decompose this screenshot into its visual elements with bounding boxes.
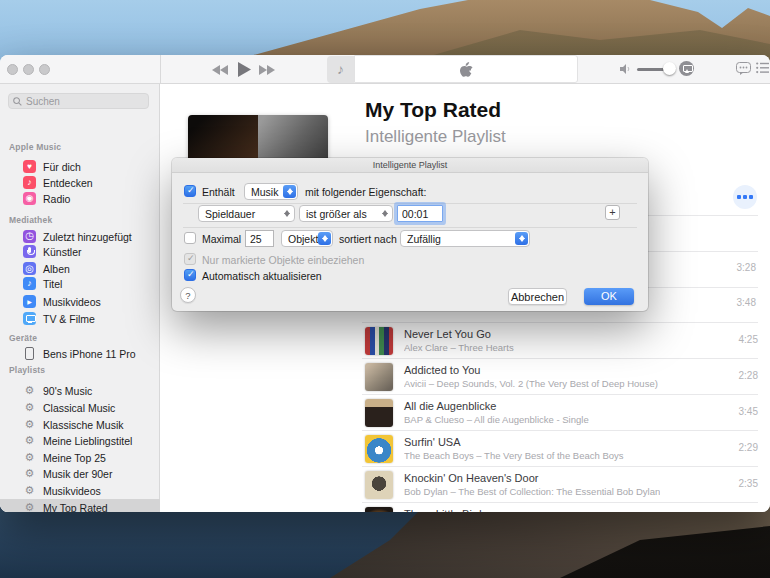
fast-forward-button[interactable] (258, 61, 276, 78)
album-icon (23, 262, 36, 275)
help-button[interactable]: ? (180, 287, 196, 303)
sidebar-item-titel[interactable]: Titel (0, 275, 160, 292)
song-time: 3:45 (739, 406, 758, 417)
section-label-mediathek: Mediathek (9, 215, 52, 225)
sidebar-item-radio[interactable]: Radio (0, 190, 160, 207)
smart-playlist-icon (23, 484, 36, 497)
album-art (365, 471, 393, 499)
album-art (365, 507, 393, 512)
song-title: Surfin' USA (404, 436, 461, 448)
smart-playlist-icon (23, 501, 36, 512)
radio-icon (23, 192, 36, 205)
song-title: Never Let You Go (404, 328, 491, 340)
up-next-queue-icon[interactable] (756, 62, 769, 74)
sidebar-item-musikvideos[interactable]: Musikvideos (0, 293, 160, 310)
sidebar-item-meine-lieblingstitel[interactable]: Meine Lieblingstitel (0, 432, 160, 449)
sidebar-item-meine-top-25[interactable]: Meine Top 25 (0, 449, 160, 466)
song-row[interactable]: Surfin' USA The Beach Boys – The Very Be… (362, 430, 758, 466)
sidebar-item-klassische-musik[interactable]: Klassische Musik (0, 416, 160, 433)
match-suffix-label: mit folgender Eigenschaft: (305, 186, 426, 198)
checked-only-label: Nur markierte Objekte einbeziehen (202, 254, 364, 266)
rule-value-input[interactable] (397, 205, 443, 222)
video-icon (23, 295, 36, 308)
volume-slider-knob[interactable] (663, 62, 676, 75)
music-note-icon: ♪ (337, 61, 344, 77)
limit-unit-select[interactable]: Objekte (281, 230, 333, 247)
media-kind-select[interactable]: Musik (244, 183, 298, 200)
checked-only-checkbox (184, 253, 196, 265)
smart-playlist-icon (23, 451, 36, 464)
sidebar: Apple Music Für dich Entdecken Radio Med… (0, 84, 160, 512)
dialog-title: Intelligente Playlist (172, 158, 648, 173)
song-row[interactable]: All die Augenblicke BAP & Clueso – All d… (362, 394, 758, 430)
section-label-geraete: Geräte (9, 333, 37, 343)
song-time: 2:29 (739, 442, 758, 453)
smart-playlist-dialog: Intelligente Playlist Enthält Musik mit … (172, 158, 648, 311)
album-art (365, 435, 393, 463)
sort-select[interactable]: Zufällig (400, 230, 530, 247)
search-icon (13, 97, 22, 106)
song-title: All die Augenblicke (404, 400, 496, 412)
sidebar-item-classical-music[interactable]: Classical Music (0, 399, 160, 416)
airplay-icon[interactable] (679, 61, 694, 76)
song-row[interactable]: Never Let You Go Alex Clare – Three Hear… (362, 322, 758, 358)
play-button[interactable] (236, 61, 252, 78)
sidebar-item-bens-iphone[interactable]: Bens iPhone 11 Pro (0, 345, 160, 362)
volume-icon (620, 63, 632, 75)
sidebar-item-90s-music[interactable]: 90's Music (0, 382, 160, 399)
clock-icon (23, 230, 36, 243)
stepper-icon (283, 185, 296, 198)
song-row[interactable]: Three Little Birds (362, 502, 758, 512)
playlist-type-subtitle: Intelligente Playlist (365, 127, 506, 147)
sidebar-item-fuer-dich[interactable]: Für dich (0, 158, 160, 175)
sidebar-item-kuenstler[interactable]: Künstler (0, 243, 160, 260)
smart-playlist-icon (23, 434, 36, 447)
smart-playlist-icon (23, 418, 36, 431)
sidebar-item-my-top-rated[interactable]: My Top Rated (0, 499, 160, 512)
limit-count-input[interactable] (245, 230, 274, 247)
song-row[interactable]: Knockin' On Heaven's Door Bob Dylan – Th… (362, 466, 758, 502)
page-title: My Top Rated (365, 98, 501, 122)
rule-field-select[interactable]: Spieldauer (198, 205, 295, 222)
ok-button[interactable]: OK (584, 288, 634, 305)
limit-label: Maximal (202, 233, 241, 245)
song-artist: Alex Clare – Three Hearts (404, 342, 514, 353)
live-update-checkbox[interactable] (184, 269, 196, 281)
music-note-icon (23, 176, 36, 189)
song-time: 3:28 (681, 262, 756, 273)
rewind-button[interactable] (211, 61, 229, 78)
search-input[interactable] (26, 96, 136, 107)
song-time: 2:35 (739, 478, 758, 489)
lyrics-icon[interactable] (736, 62, 751, 76)
sidebar-item-musikvideos-playlist[interactable]: Musikvideos (0, 482, 160, 499)
sidebar-item-tv-filme[interactable]: TV & Filme (0, 310, 160, 327)
search-field[interactable] (8, 93, 149, 109)
album-art (365, 327, 393, 355)
more-options-button[interactable] (733, 185, 757, 209)
section-label-apple-music: Apple Music (9, 142, 61, 152)
music-note-icon (23, 277, 36, 290)
song-row[interactable]: Addicted to You Avicii – Deep Sounds, Vo… (362, 358, 758, 394)
limit-checkbox[interactable] (184, 232, 196, 244)
microphone-icon (23, 245, 36, 258)
toolbar: ♪ (0, 55, 770, 84)
stepper-icon (378, 207, 391, 220)
smart-playlist-icon (23, 467, 36, 480)
match-checkbox[interactable] (184, 185, 196, 197)
sidebar-item-musik-der-90er[interactable]: Musik der 90er (0, 465, 160, 482)
song-time: 3:48 (681, 297, 756, 308)
stepper-icon (318, 232, 331, 245)
cancel-button[interactable]: Abbrechen (508, 288, 567, 305)
add-rule-button[interactable]: + (605, 205, 620, 220)
rule-operator-select[interactable]: ist größer als (299, 205, 393, 222)
window-close-button[interactable] (7, 64, 18, 75)
sidebar-item-entdecken[interactable]: Entdecken (0, 174, 160, 191)
window-zoom-button[interactable] (39, 64, 50, 75)
window-minimize-button[interactable] (23, 64, 34, 75)
iphone-icon (25, 347, 34, 360)
sort-label: sortiert nach (339, 233, 397, 245)
heart-icon (23, 160, 36, 173)
song-artist: Avicii – Deep Sounds, Vol. 2 (The Very B… (404, 378, 658, 389)
tv-icon (23, 312, 36, 325)
toolbar-divider (160, 55, 161, 84)
